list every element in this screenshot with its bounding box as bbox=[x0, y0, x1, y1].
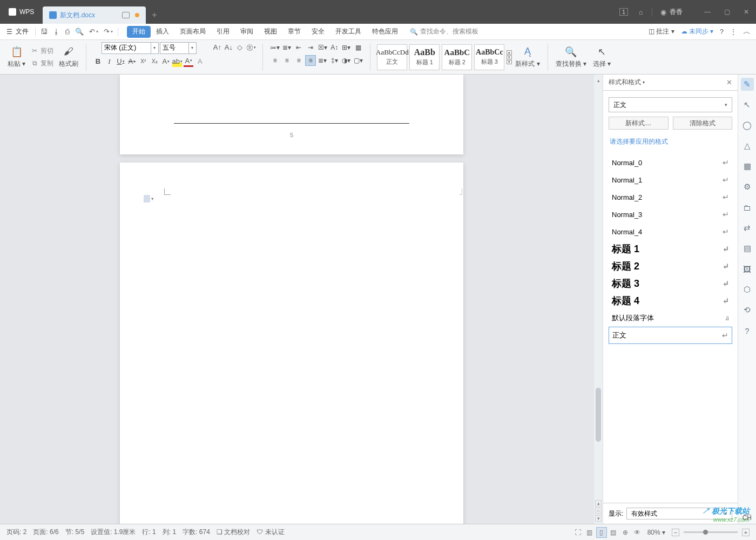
zoom-percent[interactable]: 80% ▾ bbox=[647, 529, 665, 536]
outline-view-button[interactable]: ▥ bbox=[584, 527, 595, 538]
highlight-button[interactable]: ab▾ bbox=[172, 56, 182, 67]
style-list-item[interactable]: 标题 3↵ bbox=[609, 275, 732, 292]
bullets-button[interactable]: ≔▾ bbox=[269, 42, 280, 53]
align-justify-button[interactable]: ≡ bbox=[305, 55, 316, 66]
superscript-button[interactable]: X² bbox=[138, 56, 148, 67]
text-effects-button[interactable]: A▾ bbox=[161, 56, 171, 67]
increase-indent-button[interactable]: ⇥ bbox=[305, 42, 316, 53]
redo-button[interactable]: ↷▾ bbox=[104, 28, 113, 36]
more-button[interactable]: ⋮ bbox=[730, 28, 737, 36]
shading-button[interactable]: ◑▾ bbox=[341, 55, 352, 66]
ribbon-tab-5[interactable]: 视图 bbox=[259, 24, 282, 40]
style-card-1[interactable]: AaBb标题 1 bbox=[409, 44, 440, 70]
widgets-icon[interactable]: ⌂ bbox=[634, 8, 647, 16]
status-auth[interactable]: 🛡 未认证 bbox=[256, 528, 284, 537]
limits-sidebar-button[interactable]: △ bbox=[741, 139, 754, 152]
status-page-number[interactable]: 页码: 2 bbox=[6, 528, 26, 537]
file-menu[interactable]: 文件 bbox=[16, 27, 29, 36]
numbering-button[interactable]: ≣▾ bbox=[281, 42, 292, 53]
comments-button[interactable]: ◫ 批注 ▾ bbox=[649, 27, 674, 36]
zoom-in-button[interactable]: + bbox=[742, 529, 750, 536]
status-proof[interactable]: ❏ 文档校对 bbox=[217, 528, 250, 537]
char-scale-button[interactable]: ☒▾ bbox=[317, 42, 328, 53]
presentation-mode-icon[interactable] bbox=[122, 12, 130, 18]
new-style-button[interactable]: Ą 新样式 ▾ bbox=[512, 46, 543, 69]
char-shading-button[interactable]: A bbox=[195, 56, 205, 67]
font-size-combo[interactable]: 五号 bbox=[160, 42, 189, 54]
ribbon-tab-6[interactable]: 章节 bbox=[282, 24, 306, 40]
style-list-item[interactable]: Normal_2↵ bbox=[609, 188, 732, 206]
scroll-up-icon[interactable]: ▴ bbox=[597, 78, 600, 83]
protect-sidebar-button[interactable]: ⬡ bbox=[741, 283, 754, 296]
table-sidebar-button[interactable]: ▦ bbox=[741, 160, 754, 173]
paste-button[interactable]: 📋 粘贴 ▾ bbox=[4, 46, 29, 69]
style-list-item[interactable]: 标题 2↵ bbox=[609, 258, 732, 275]
preview-icon[interactable]: 🔍 bbox=[75, 28, 84, 36]
sync-button[interactable]: ☁ 未同步 ▾ bbox=[681, 27, 714, 36]
status-position[interactable]: 设置值: 1.9厘米 bbox=[91, 528, 136, 537]
collapse-ribbon-button[interactable]: ︿ bbox=[743, 27, 751, 37]
zoom-knob[interactable] bbox=[703, 530, 708, 535]
document-page[interactable]: ▾ bbox=[120, 163, 463, 524]
chevron-down-icon[interactable]: ▾ bbox=[643, 80, 645, 85]
app-tab[interactable]: WPS bbox=[0, 0, 43, 24]
vertical-scrollbar[interactable]: ▴ ▴ ○ ▾ bbox=[594, 75, 603, 524]
style-list-item[interactable]: Normal_1↵ bbox=[609, 171, 732, 188]
italic-button[interactable]: I bbox=[104, 56, 114, 67]
align-center-button[interactable]: ≡ bbox=[281, 55, 292, 66]
ribbon-tab-4[interactable]: 审阅 bbox=[235, 24, 259, 40]
eye-protect-button[interactable]: 👁 bbox=[632, 527, 643, 538]
next-page-button[interactable]: ▾ bbox=[595, 515, 602, 522]
ribbon-tab-3[interactable]: 引用 bbox=[211, 24, 235, 40]
font-name-dropdown[interactable]: ▾ bbox=[151, 42, 159, 54]
borders-button[interactable]: ▢▾ bbox=[353, 55, 363, 66]
line-spacing-button[interactable]: ‡▾ bbox=[329, 55, 340, 66]
align-left-button[interactable]: ≡ bbox=[269, 55, 280, 66]
shapes-sidebar-button[interactable]: ◯ bbox=[741, 119, 754, 132]
grow-font-button[interactable]: A↑ bbox=[212, 42, 222, 53]
status-page[interactable]: 页面: 6/6 bbox=[33, 528, 58, 537]
goto-button[interactable]: ○ bbox=[595, 508, 602, 514]
maximize-button[interactable]: ▢ bbox=[717, 5, 737, 18]
undo-button[interactable]: ↶▾ bbox=[89, 28, 98, 36]
document-tab[interactable]: 新文档.docx bbox=[43, 6, 146, 24]
ime-indicator[interactable]: CH bbox=[742, 514, 752, 522]
status-words[interactable]: 字数: 674 bbox=[183, 528, 210, 537]
subscript-button[interactable]: X₂ bbox=[150, 56, 159, 67]
gallery-sidebar-button[interactable]: 🖼 bbox=[741, 262, 754, 275]
help-button[interactable]: ? bbox=[720, 28, 724, 36]
style-list-item[interactable]: 默认段落字体a bbox=[609, 309, 732, 327]
find-replace-button[interactable]: 🔍 查找替换 ▾ bbox=[552, 46, 590, 69]
shrink-font-button[interactable]: A↓ bbox=[224, 42, 233, 53]
show-filter-combo[interactable]: 有效样式 ▾ bbox=[626, 508, 732, 519]
decrease-indent-button[interactable]: ⇤ bbox=[293, 42, 304, 53]
print-icon[interactable]: ⎙ bbox=[65, 28, 70, 36]
ribbon-tab-7[interactable]: 安全 bbox=[306, 24, 330, 40]
status-section[interactable]: 节: 5/5 bbox=[65, 528, 84, 537]
notification-badge[interactable]: 1 bbox=[619, 8, 628, 16]
cut-button[interactable]: ✂剪切 bbox=[31, 46, 53, 56]
status-col[interactable]: 列: 1 bbox=[163, 528, 176, 537]
ribbon-tab-8[interactable]: 开发工具 bbox=[330, 24, 367, 40]
help-sidebar-button[interactable]: ? bbox=[741, 324, 754, 337]
style-card-2[interactable]: AaBbC标题 2 bbox=[442, 44, 472, 70]
reading-view-button[interactable]: ▤ bbox=[608, 527, 619, 538]
current-style-combo[interactable]: 正文 ▾ bbox=[609, 97, 732, 112]
section-marker[interactable]: ▾ bbox=[144, 195, 154, 202]
ribbon-tab-2[interactable]: 页面布局 bbox=[174, 24, 211, 40]
document-area[interactable]: 5 ▾ bbox=[0, 75, 594, 524]
save-icon[interactable]: 🖫 bbox=[40, 28, 48, 36]
prev-page-button[interactable]: ▴ bbox=[595, 500, 602, 507]
format-painter-button[interactable]: 🖌 格式刷 bbox=[56, 46, 82, 69]
style-card-0[interactable]: AaBbCcDd正文 bbox=[377, 44, 407, 70]
scrollbar-thumb[interactable] bbox=[596, 388, 601, 442]
print-layout-button[interactable]: ▯ bbox=[596, 527, 607, 538]
hamburger-icon[interactable]: ☰ bbox=[6, 28, 12, 36]
settings-sidebar-button[interactable]: ⚙ bbox=[741, 180, 754, 193]
styles-gallery-expand[interactable]: ▴▾▾ bbox=[507, 50, 512, 64]
clipboard-sidebar-button[interactable]: ▤ bbox=[741, 242, 754, 255]
font-size-dropdown[interactable]: ▾ bbox=[189, 42, 197, 54]
style-list-item[interactable]: 标题 1↵ bbox=[609, 240, 732, 258]
assets-sidebar-button[interactable]: 🗀 bbox=[741, 201, 754, 214]
ribbon-tab-0[interactable]: 开始 bbox=[127, 26, 151, 38]
